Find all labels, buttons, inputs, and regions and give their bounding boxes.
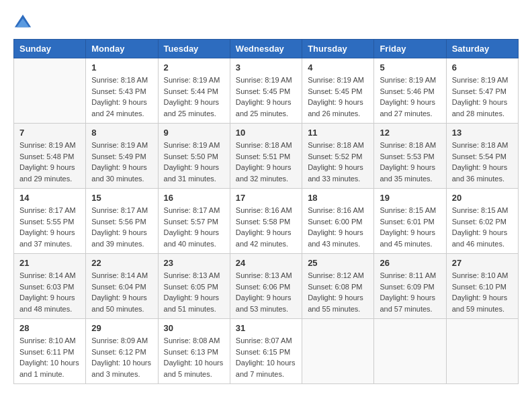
day-info: Sunrise: 8:19 AMSunset: 5:46 PMDaylight:…	[380, 75, 440, 119]
calendar-day-cell: 4 Sunrise: 8:19 AMSunset: 5:45 PMDayligh…	[302, 58, 374, 124]
calendar-day-cell: 16 Sunrise: 8:17 AMSunset: 5:57 PMDaylig…	[158, 189, 230, 254]
day-number: 21	[19, 258, 80, 268]
day-number: 19	[380, 193, 440, 203]
calendar-day-cell: 8 Sunrise: 8:19 AMSunset: 5:49 PMDayligh…	[86, 124, 158, 189]
day-info: Sunrise: 8:09 AMSunset: 6:12 PMDaylight:…	[91, 335, 152, 379]
day-info: Sunrise: 8:15 AMSunset: 6:01 PMDaylight:…	[380, 205, 440, 249]
calendar-day-cell: 11 Sunrise: 8:18 AMSunset: 5:52 PMDaylig…	[302, 124, 374, 189]
day-info: Sunrise: 8:07 AMSunset: 6:15 PMDaylight:…	[236, 335, 296, 379]
day-number: 22	[91, 258, 152, 268]
calendar-table: SundayMondayTuesdayWednesdayThursdayFrid…	[13, 39, 519, 384]
calendar-day-cell: 6 Sunrise: 8:19 AMSunset: 5:47 PMDayligh…	[446, 58, 518, 124]
day-info: Sunrise: 8:15 AMSunset: 6:02 PMDaylight:…	[452, 205, 513, 249]
day-number: 28	[19, 323, 80, 333]
calendar-week-row: 7 Sunrise: 8:19 AMSunset: 5:48 PMDayligh…	[14, 124, 519, 189]
day-info: Sunrise: 8:10 AMSunset: 6:10 PMDaylight:…	[452, 270, 513, 314]
calendar-day-cell	[374, 319, 446, 384]
calendar-week-row: 14 Sunrise: 8:17 AMSunset: 5:55 PMDaylig…	[14, 189, 519, 254]
calendar-week-row: 28 Sunrise: 8:10 AMSunset: 6:11 PMDaylig…	[14, 319, 519, 384]
day-number: 30	[164, 323, 224, 333]
day-info: Sunrise: 8:19 AMSunset: 5:45 PMDaylight:…	[308, 75, 368, 119]
day-info: Sunrise: 8:18 AMSunset: 5:54 PMDaylight:…	[452, 140, 513, 184]
days-of-week-row: SundayMondayTuesdayWednesdayThursdayFrid…	[14, 40, 519, 58]
calendar-day-cell: 5 Sunrise: 8:19 AMSunset: 5:46 PMDayligh…	[374, 58, 446, 124]
calendar-day-cell: 27 Sunrise: 8:10 AMSunset: 6:10 PMDaylig…	[446, 254, 518, 319]
calendar-day-cell: 23 Sunrise: 8:13 AMSunset: 6:05 PMDaylig…	[158, 254, 230, 319]
day-info: Sunrise: 8:16 AMSunset: 6:00 PMDaylight:…	[308, 205, 368, 249]
calendar-week-row: 21 Sunrise: 8:14 AMSunset: 6:03 PMDaylig…	[14, 254, 519, 319]
logo	[13, 13, 35, 32]
day-info: Sunrise: 8:19 AMSunset: 5:45 PMDaylight:…	[236, 75, 296, 119]
day-of-week-header: Sunday	[14, 40, 86, 58]
day-info: Sunrise: 8:13 AMSunset: 6:06 PMDaylight:…	[236, 270, 296, 314]
calendar-day-cell	[14, 58, 86, 124]
calendar-day-cell: 20 Sunrise: 8:15 AMSunset: 6:02 PMDaylig…	[446, 189, 518, 254]
day-number: 5	[380, 62, 440, 73]
day-info: Sunrise: 8:19 AMSunset: 5:44 PMDaylight:…	[164, 75, 224, 119]
day-number: 9	[164, 128, 224, 138]
day-number: 14	[19, 193, 80, 203]
day-number: 17	[236, 193, 296, 203]
day-number: 6	[452, 62, 513, 73]
day-number: 12	[380, 128, 440, 138]
day-number: 29	[91, 323, 152, 333]
calendar-day-cell: 21 Sunrise: 8:14 AMSunset: 6:03 PMDaylig…	[14, 254, 86, 319]
calendar-day-cell: 28 Sunrise: 8:10 AMSunset: 6:11 PMDaylig…	[14, 319, 86, 384]
calendar-day-cell: 31 Sunrise: 8:07 AMSunset: 6:15 PMDaylig…	[230, 319, 302, 384]
day-number: 20	[452, 193, 513, 203]
day-info: Sunrise: 8:18 AMSunset: 5:43 PMDaylight:…	[91, 75, 152, 119]
day-info: Sunrise: 8:19 AMSunset: 5:50 PMDaylight:…	[164, 140, 224, 184]
day-info: Sunrise: 8:17 AMSunset: 5:57 PMDaylight:…	[164, 205, 224, 249]
day-info: Sunrise: 8:19 AMSunset: 5:48 PMDaylight:…	[19, 140, 80, 184]
day-info: Sunrise: 8:19 AMSunset: 5:49 PMDaylight:…	[91, 140, 152, 184]
day-of-week-header: Saturday	[446, 40, 518, 58]
day-info: Sunrise: 8:18 AMSunset: 5:52 PMDaylight:…	[308, 140, 368, 184]
day-of-week-header: Friday	[374, 40, 446, 58]
logo-icon	[13, 13, 32, 32]
calendar-day-cell: 3 Sunrise: 8:19 AMSunset: 5:45 PMDayligh…	[230, 58, 302, 124]
calendar-week-row: 1 Sunrise: 8:18 AMSunset: 5:43 PMDayligh…	[14, 58, 519, 124]
day-number: 7	[19, 128, 80, 138]
day-of-week-header: Tuesday	[158, 40, 230, 58]
calendar-day-cell: 25 Sunrise: 8:12 AMSunset: 6:08 PMDaylig…	[302, 254, 374, 319]
day-info: Sunrise: 8:16 AMSunset: 5:58 PMDaylight:…	[236, 205, 296, 249]
calendar-day-cell: 26 Sunrise: 8:11 AMSunset: 6:09 PMDaylig…	[374, 254, 446, 319]
day-info: Sunrise: 8:17 AMSunset: 5:56 PMDaylight:…	[91, 205, 152, 249]
calendar-day-cell: 19 Sunrise: 8:15 AMSunset: 6:01 PMDaylig…	[374, 189, 446, 254]
calendar-day-cell: 14 Sunrise: 8:17 AMSunset: 5:55 PMDaylig…	[14, 189, 86, 254]
calendar-day-cell: 1 Sunrise: 8:18 AMSunset: 5:43 PMDayligh…	[86, 58, 158, 124]
day-number: 8	[91, 128, 152, 138]
day-info: Sunrise: 8:14 AMSunset: 6:04 PMDaylight:…	[91, 270, 152, 314]
calendar-day-cell: 22 Sunrise: 8:14 AMSunset: 6:04 PMDaylig…	[86, 254, 158, 319]
day-of-week-header: Wednesday	[230, 40, 302, 58]
day-of-week-header: Monday	[86, 40, 158, 58]
day-number: 10	[236, 128, 296, 138]
day-number: 4	[308, 62, 368, 73]
day-number: 18	[308, 193, 368, 203]
day-number: 15	[91, 193, 152, 203]
day-number: 25	[308, 258, 368, 268]
calendar-day-cell	[446, 319, 518, 384]
day-number: 16	[164, 193, 224, 203]
day-number: 3	[236, 62, 296, 73]
calendar-day-cell: 24 Sunrise: 8:13 AMSunset: 6:06 PMDaylig…	[230, 254, 302, 319]
day-info: Sunrise: 8:10 AMSunset: 6:11 PMDaylight:…	[19, 335, 80, 379]
day-number: 26	[380, 258, 440, 268]
day-number: 1	[91, 62, 152, 73]
day-info: Sunrise: 8:18 AMSunset: 5:53 PMDaylight:…	[380, 140, 440, 184]
day-number: 31	[236, 323, 296, 333]
calendar-day-cell	[302, 319, 374, 384]
day-number: 13	[452, 128, 513, 138]
calendar-day-cell: 15 Sunrise: 8:17 AMSunset: 5:56 PMDaylig…	[86, 189, 158, 254]
day-info: Sunrise: 8:14 AMSunset: 6:03 PMDaylight:…	[19, 270, 80, 314]
day-number: 2	[164, 62, 224, 73]
day-of-week-header: Thursday	[302, 40, 374, 58]
day-info: Sunrise: 8:19 AMSunset: 5:47 PMDaylight:…	[452, 75, 513, 119]
calendar-day-cell: 7 Sunrise: 8:19 AMSunset: 5:48 PMDayligh…	[14, 124, 86, 189]
day-number: 24	[236, 258, 296, 268]
calendar-day-cell: 13 Sunrise: 8:18 AMSunset: 5:54 PMDaylig…	[446, 124, 518, 189]
calendar-day-cell: 29 Sunrise: 8:09 AMSunset: 6:12 PMDaylig…	[86, 319, 158, 384]
day-info: Sunrise: 8:12 AMSunset: 6:08 PMDaylight:…	[308, 270, 368, 314]
day-number: 23	[164, 258, 224, 268]
calendar-day-cell: 30 Sunrise: 8:08 AMSunset: 6:13 PMDaylig…	[158, 319, 230, 384]
